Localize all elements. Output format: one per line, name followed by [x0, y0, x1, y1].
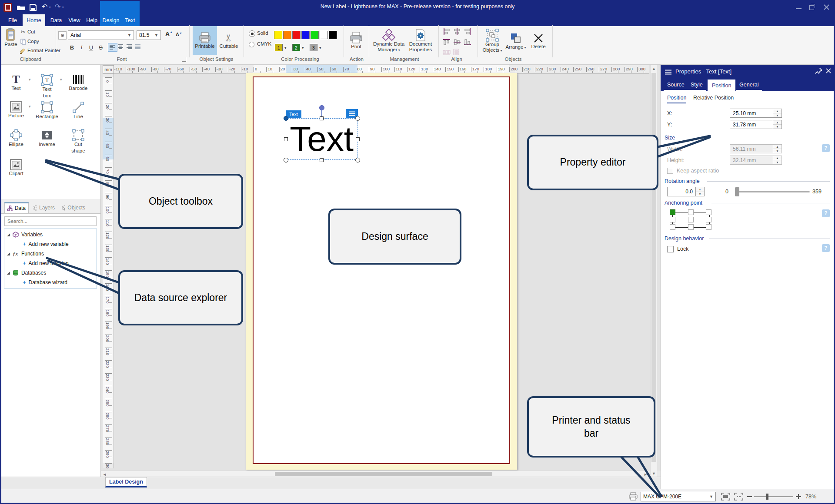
printer-select[interactable]: MAX CPM-200E▼: [641, 492, 716, 501]
minimize-button[interactable]: [796, 8, 802, 9]
font-dialog-launcher-icon[interactable]: [182, 57, 186, 62]
print-button[interactable]: Print: [347, 27, 365, 54]
restore-button[interactable]: [809, 5, 814, 10]
align-center-objects-button[interactable]: [453, 28, 461, 36]
scroll-up-icon[interactable]: ▲: [652, 66, 656, 71]
copy-icon[interactable]: [20, 39, 26, 45]
toolbox-barcode-button[interactable]: Barcode: [64, 74, 93, 92]
align-top-edges-button[interactable]: [443, 38, 451, 46]
zoom-out-button[interactable]: [747, 496, 752, 497]
y-spinner[interactable]: ▲▼: [773, 120, 782, 129]
text-tool-dropdown-icon[interactable]: ▾: [29, 77, 31, 82]
resize-handle-top-left[interactable]: [284, 116, 288, 121]
anchor-bottom-center[interactable]: [688, 224, 694, 230]
color-swatch[interactable]: [311, 31, 319, 39]
toolbox-textbox-button[interactable]: T Textbox: [33, 74, 61, 99]
anchor-middle-right[interactable]: [706, 217, 711, 222]
keep-aspect-checkbox[interactable]: [667, 168, 673, 174]
solid-label[interactable]: Solid: [257, 30, 268, 36]
shrink-font-button[interactable]: A▼: [176, 32, 182, 37]
paste-button[interactable]: Paste: [3, 28, 18, 53]
align-middle-objects-button[interactable]: [453, 38, 461, 46]
toolbox-line-button[interactable]: Line: [64, 101, 93, 120]
solid-radio[interactable]: [249, 30, 255, 37]
anchor-top-right[interactable]: [706, 209, 711, 215]
panel-menu-icon[interactable]: [665, 70, 671, 75]
tab-home[interactable]: Home: [23, 14, 45, 26]
resize-handle-right[interactable]: [356, 137, 360, 141]
subtab-position[interactable]: Position: [667, 95, 686, 103]
anchoring-help-button[interactable]: ?: [822, 209, 830, 217]
rotation-slider-track[interactable]: [735, 191, 810, 192]
color-slot-3-dropdown-icon[interactable]: ▾: [319, 46, 321, 50]
rotation-slider-thumb[interactable]: [735, 187, 739, 196]
toolbox-text-button[interactable]: T Text: [2, 74, 30, 92]
delete-button[interactable]: Delete: [528, 27, 549, 55]
rotation-spinner[interactable]: ▲▼: [696, 187, 705, 196]
distribute-vertical-button[interactable]: [453, 49, 461, 56]
expander-icon[interactable]: ◢: [7, 252, 10, 256]
resize-handle-left[interactable]: [284, 137, 288, 141]
anchor-top-center[interactable]: [688, 209, 694, 215]
cut-icon[interactable]: ✂: [20, 29, 26, 35]
picture-tool-dropdown-icon[interactable]: ▾: [29, 104, 31, 109]
rotation-handle[interactable]: [319, 105, 324, 110]
close-button[interactable]: [824, 4, 829, 10]
expander-icon[interactable]: ◢: [7, 271, 10, 275]
tree-item-add-function[interactable]: + Add new function: [23, 259, 69, 268]
text-object-content[interactable]: Text: [290, 122, 354, 156]
horizontal-scrollbar[interactable]: ◄ ►: [101, 471, 649, 477]
x-spinner[interactable]: ▲▼: [773, 109, 782, 118]
search-input[interactable]: [4, 216, 97, 226]
color-slot-2[interactable]: 2: [292, 44, 300, 51]
tree-item-add-variable[interactable]: + Add new variable: [23, 239, 69, 249]
toolbox-rectangle-button[interactable]: Rectangle: [33, 101, 61, 120]
color-slot-1-dropdown-icon[interactable]: ▾: [284, 46, 287, 50]
cmyk-label[interactable]: CMYK: [257, 41, 271, 46]
toolbox-ellipse-button[interactable]: Ellipse: [2, 129, 30, 148]
toolbox-picture-button[interactable]: Picture: [2, 101, 30, 119]
arrange-button[interactable]: Arrange ▾: [504, 27, 527, 55]
tab-data[interactable]: Data: [48, 14, 64, 26]
toolbox-cutshape-button[interactable]: Cutshape: [64, 129, 93, 154]
printable-toggle[interactable]: Printable: [193, 26, 217, 55]
y-input[interactable]: 31.78 mm: [730, 120, 773, 129]
zoom-slider-track[interactable]: [754, 496, 793, 497]
color-swatch[interactable]: [329, 31, 337, 39]
properties-tab-general[interactable]: General: [736, 80, 762, 91]
lock-checkbox[interactable]: [667, 246, 674, 252]
align-bottom-edges-button[interactable]: [464, 38, 471, 46]
bold-button[interactable]: B: [68, 43, 76, 52]
zoom-slider-thumb[interactable]: [766, 494, 768, 500]
underline-button[interactable]: U: [87, 43, 95, 52]
align-right-edges-button[interactable]: [464, 28, 471, 36]
tab-text[interactable]: Text: [122, 14, 138, 26]
color-swatch[interactable]: [301, 31, 310, 39]
cut-label[interactable]: Cut: [27, 29, 35, 34]
zoom-in-button[interactable]: [796, 494, 801, 499]
text-object[interactable]: Text: [286, 118, 357, 160]
tree-item-functions[interactable]: ◢ ƒx Functions: [7, 249, 44, 258]
italic-button[interactable]: I: [77, 43, 86, 52]
dynamic-data-manager-button[interactable]: Dynamic DataManager ▾: [372, 27, 405, 55]
explorer-tab-data[interactable]: Data: [4, 202, 29, 213]
resize-handle-bottom-left[interactable]: [284, 158, 288, 162]
align-right-button[interactable]: [125, 43, 134, 51]
pin-icon[interactable]: [815, 68, 822, 74]
fit-content-icon[interactable]: [734, 493, 743, 501]
color-slot-2-dropdown-icon[interactable]: ▾: [302, 46, 304, 50]
ruler-unit-box[interactable]: mm: [103, 65, 114, 74]
tree-item-variables[interactable]: ◢ Variables: [7, 230, 43, 239]
tree-item-database-wizard[interactable]: + Database wizard: [23, 278, 67, 287]
size-help-button[interactable]: ?: [822, 144, 830, 152]
behavior-help-button[interactable]: ?: [822, 244, 830, 252]
scroll-right-icon[interactable]: ►: [644, 472, 648, 477]
font-family-select[interactable]: Arial▼: [68, 30, 134, 40]
x-input[interactable]: 25.10 mm: [730, 109, 773, 118]
explorer-tab-layers[interactable]: Layers: [30, 202, 57, 213]
color-swatch[interactable]: [292, 31, 301, 39]
horizontal-scrollbar-thumb[interactable]: [275, 472, 492, 476]
align-left-edges-button[interactable]: [443, 28, 451, 36]
document-tab-label-design[interactable]: Label Design: [105, 477, 147, 487]
tab-help[interactable]: Help: [84, 14, 100, 26]
